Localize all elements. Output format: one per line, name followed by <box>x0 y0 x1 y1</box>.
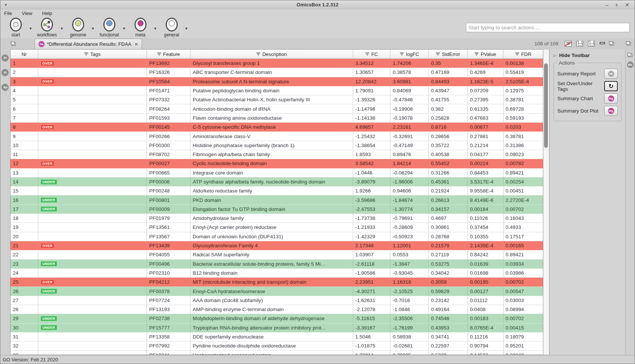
cell-description: ATP synthase alpha/beta family, nucleoti… <box>190 177 353 186</box>
table-row[interactable]: 24PF02310B12 binding domain-1.90586-0.93… <box>11 269 543 278</box>
tab-close-icon[interactable]: ✕ <box>135 42 138 47</box>
rail-pr-icon[interactable]: Pr <box>2 54 9 62</box>
menu-file[interactable]: File <box>4 11 12 16</box>
table-row[interactable]: 16UNDERPF00801PKD domain-3.59686-1.84674… <box>11 196 543 205</box>
table-row[interactable]: 4PF01471Putative peptidoglycan binding d… <box>11 86 543 95</box>
restore-minimized-view-icon[interactable] <box>628 54 632 57</box>
menu-view[interactable]: View <box>22 11 32 16</box>
cell-tags: OVER <box>38 159 147 168</box>
minimize-button[interactable]: – <box>605 1 608 9</box>
table-row[interactable]: 30UNDERPF15777Tryptophan RNA-binding att… <box>11 323 543 332</box>
table-row[interactable]: 12OVERPF00027Cyclic nucleotide-binding d… <box>11 159 543 168</box>
column-header-feature[interactable]: Feature <box>147 50 190 59</box>
search-actions-input[interactable] <box>466 23 630 32</box>
hide-toolbar-header[interactable]: ▷ Hide Toolbar <box>550 51 625 60</box>
restore-view-icon[interactable] <box>12 42 16 46</box>
column-header-description[interactable]: Description <box>190 50 353 59</box>
table-row[interactable]: 17UNDERPF00009Elongation factor Tu GTP b… <box>11 205 543 214</box>
save-as-icon[interactable] <box>588 41 595 47</box>
table-row[interactable]: 15PF00248Aldo/keto reductase family1.926… <box>11 187 543 196</box>
summary-chart-button[interactable]: Mg <box>604 93 618 104</box>
column-header-logfc[interactable]: logFC <box>390 50 429 59</box>
table-row[interactable]: 23UNDERPF00496Bacterial extracellular so… <box>11 260 543 269</box>
meta-genomics-dropdown-arrow-icon[interactable]: ▼ <box>154 27 157 30</box>
table-row[interactable]: 13PF00665Integrase core domain-1.0446-0.… <box>11 168 543 177</box>
table-row[interactable]: 14UNDERPF00006ATP synthase alpha/beta fa… <box>11 177 543 187</box>
clear-filter-icon[interactable] <box>565 41 572 47</box>
cell-tags <box>38 296 147 305</box>
rail-we-icon[interactable]: We <box>627 62 633 68</box>
vertical-scrollbar[interactable] <box>543 49 549 355</box>
cell-nr: 16 <box>11 196 38 204</box>
start-button[interactable]: ⬡ start <box>3 17 28 37</box>
set-over-under-tags-button[interactable]: ↻ <box>604 81 618 91</box>
cell-pvalue: 8.0765E-4 <box>468 323 503 332</box>
table-row[interactable]: 28PF13193AMP-binding enzyme C-terminal d… <box>11 305 543 314</box>
table-row[interactable]: 8OVERPF00145C-5 cytosine-specific DNA me… <box>11 123 543 132</box>
table-row[interactable]: 25OVERPF04212MIT (microtubule interactin… <box>11 278 543 287</box>
table-row[interactable]: 27PF07724AAA domain (Cdc48 subfamily)-1.… <box>11 296 543 305</box>
table-row[interactable]: 3OVERPF10584Proteasome subunit A N-termi… <box>11 77 543 86</box>
table-row[interactable]: 9PF00266Aminotransferase class-V-1.25432… <box>11 132 543 141</box>
column-header-nr[interactable]: Nr <box>11 50 38 59</box>
cell-pvalue: 0.00184 <box>468 205 503 214</box>
filter-icon <box>157 53 161 56</box>
table-row[interactable]: 5PF07332Putative Actinobacterial Holin-X… <box>11 95 543 104</box>
cell-nr: 12 <box>11 159 38 168</box>
workflows-button[interactable]: workflows <box>35 17 59 37</box>
rail-ap-icon[interactable]: Ap <box>2 84 9 91</box>
cell-tags <box>38 150 147 159</box>
table-row[interactable]: 33PF10241Uncharacterized conserved prote… <box>11 351 543 355</box>
genome-browser-dropdown-arrow-icon[interactable]: ▼ <box>91 27 95 30</box>
table-row[interactable]: 20PF13567Domain of unknown function (DUF… <box>11 232 543 241</box>
cell-feature: PF13193 <box>147 305 190 314</box>
table-row[interactable]: 2PF16326ABC transporter C-terminal domai… <box>11 68 543 77</box>
column-label: PValue <box>481 51 496 57</box>
column-header-fc[interactable]: FC <box>353 50 391 59</box>
cell-logfc: 0.79005 <box>390 351 429 355</box>
cell-description: Enoyl-(Acyl carrier protein) reductase <box>190 223 353 232</box>
table-row[interactable]: 29UNDERPF02738Molybdopterin-binding doma… <box>11 314 543 323</box>
table-row[interactable]: 26UNDERPF00378Enoyl-CoA hydratase/isomer… <box>11 287 543 296</box>
cell-feature: PF00248 <box>147 187 190 195</box>
table-row[interactable]: 10PF00300Histidine phosphatase superfami… <box>11 141 543 150</box>
column-header-pvalue[interactable]: PValue <box>468 50 503 59</box>
table-row[interactable]: 22PF04055Radical SAM superfamily1.039070… <box>11 250 543 259</box>
menu-help[interactable]: Help <box>42 11 52 16</box>
column-header-stderror[interactable]: StdError <box>429 50 468 59</box>
cell-fc: -2.12078 <box>353 305 391 314</box>
scrollbar-thumb[interactable] <box>544 63 548 148</box>
column-header-fdr[interactable]: FDR <box>503 50 543 59</box>
cell-fdr: 0.03934 <box>503 260 543 268</box>
table-row[interactable]: 7PF01593Flavin containing amine oxidored… <box>11 114 543 123</box>
maximize-view-icon[interactable] <box>610 42 614 45</box>
start-dropdown-arrow-icon[interactable]: ▼ <box>29 27 32 30</box>
tab-differential-abundance-results[interactable]: Da *Differential Abundance Results: FDAA… <box>35 39 142 49</box>
table-row[interactable]: 19PF13561Enoyl-(Acyl carrier protein) re… <box>11 223 543 232</box>
restore-panel-icon[interactable] <box>627 42 631 45</box>
save-icon[interactable] <box>576 41 583 47</box>
table-row[interactable]: 1OVERPF13692Glycosyl transferases group … <box>11 59 543 68</box>
table-row[interactable]: 18PF01979Amidohydrolase family-1.73738-0… <box>11 214 543 223</box>
cell-fdr: 0.17517 <box>503 232 543 241</box>
cell-feature: PF02738 <box>147 314 190 323</box>
table-row[interactable]: 32PF07992Pyridine nucleotide-disulphide … <box>11 341 543 350</box>
summary-dot-plot-button[interactable]: Mg <box>604 106 618 116</box>
cell-logfc: -0.79691 <box>390 214 429 223</box>
table-row[interactable]: 21OVERPF13439Glycosyltransferase Family … <box>11 241 543 250</box>
table-row[interactable]: 31PF13358DDE superfamily endonuclease1.5… <box>11 332 543 341</box>
table-row[interactable]: 6PF08264Anticodon-binding domain of tRNA… <box>11 104 543 113</box>
summary-report-button[interactable]: Ht <box>604 69 618 79</box>
column-header-tags[interactable]: Tags <box>38 50 147 59</box>
maximize-button[interactable]: + <box>615 1 618 9</box>
cell-stderror: 0.35 <box>429 59 468 68</box>
cell-tags <box>38 114 147 122</box>
workflows-dropdown-arrow-icon[interactable]: ▼ <box>60 27 63 30</box>
general-tools-dropdown-arrow-icon[interactable]: ▼ <box>185 27 188 30</box>
close-button[interactable]: ✕ <box>625 1 629 9</box>
table-row[interactable]: 11PF08702Fibrinogen alpha/beta chain fam… <box>11 150 543 159</box>
minimize-view-icon[interactable] <box>600 42 605 44</box>
rail-fi-icon[interactable]: Fi <box>2 69 9 76</box>
refresh-icon: ↻ <box>608 83 613 89</box>
functional-analysis-dropdown-arrow-icon[interactable]: ▼ <box>122 27 126 30</box>
